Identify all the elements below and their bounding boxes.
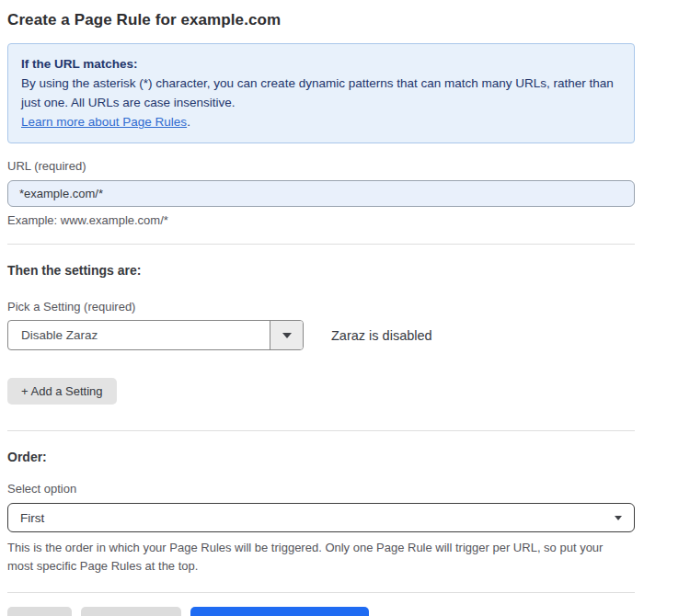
setting-dropdown[interactable]: Disable Zaraz [7,320,304,350]
url-field-label: URL (required) [7,159,635,173]
info-box-body: By using the asterisk (*) character, you… [21,74,621,112]
divider [7,244,635,245]
chevron-down-icon [615,516,622,520]
order-select-value: First [20,511,44,525]
setting-picker-row: Disable Zaraz Zaraz is disabled [7,320,635,350]
divider [7,430,635,431]
add-setting-button[interactable]: + Add a Setting [7,378,117,405]
footer-actions: Cancel Save as Draft Save and Deploy Pag… [7,607,635,616]
order-section-heading: Order: [7,450,635,464]
order-select[interactable]: First [7,503,635,532]
pick-setting-label: Pick a Setting (required) [7,300,635,314]
setting-dropdown-arrow-button[interactable] [270,321,303,349]
setting-dropdown-value: Disable Zaraz [8,321,270,349]
url-example-helper: Example: www.example.com/* [7,213,635,227]
info-box-heading: If the URL matches: [21,54,621,74]
save-as-draft-button[interactable]: Save as Draft [81,607,181,616]
url-match-info-box: If the URL matches: By using the asteris… [7,43,635,143]
setting-status-text: Zaraz is disabled [331,328,432,343]
cancel-button[interactable]: Cancel [7,607,72,616]
page-rule-form: Create a Page Rule for example.com If th… [0,0,690,616]
settings-section-heading: Then the settings are: [7,263,635,278]
info-box-link-line: Learn more about Page Rules. [21,112,621,131]
order-select-label: Select option [7,482,635,496]
page-title: Create a Page Rule for example.com [7,11,635,29]
order-helper-text: This is the order in which your Page Rul… [7,539,624,576]
learn-more-link[interactable]: Learn more about Page Rules [21,115,187,129]
save-and-deploy-button[interactable]: Save and Deploy Page Rule [190,607,368,616]
chevron-down-icon [282,333,292,338]
link-suffix: . [187,115,190,129]
divider [7,592,635,593]
url-input[interactable] [7,180,635,207]
